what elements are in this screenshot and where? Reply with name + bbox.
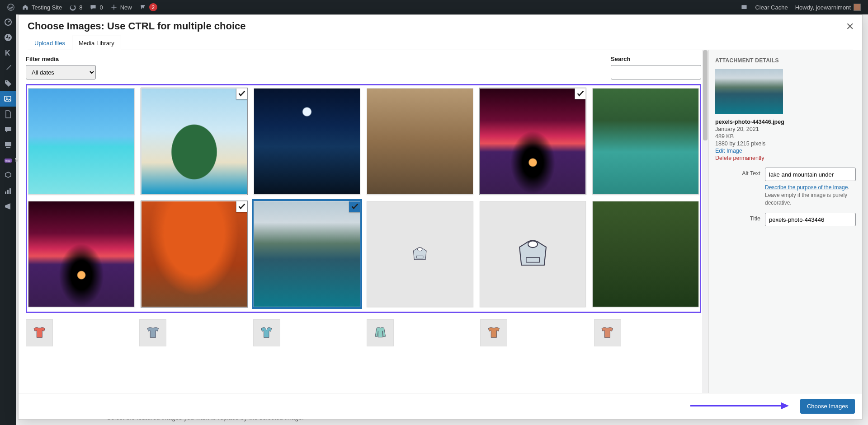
updates-link[interactable]: 8 xyxy=(66,0,86,14)
comments-count: 0 xyxy=(99,4,103,11)
new-label: New xyxy=(120,4,132,11)
clear-cache-link[interactable]: Clear Cache xyxy=(751,0,791,14)
site-link[interactable]: Testing Site xyxy=(18,0,66,14)
howdy-text: Howdy, joewarnimont xyxy=(795,4,851,11)
notifications-icon[interactable] xyxy=(737,0,751,14)
plus-icon xyxy=(110,4,118,11)
admin-toolbar: Testing Site 8 0 New 2 Clear Cache Howdy… xyxy=(0,0,868,14)
refresh-icon xyxy=(69,4,76,11)
svg-rect-1 xyxy=(742,5,747,9)
home-icon xyxy=(22,4,29,11)
yoast-link[interactable]: 2 xyxy=(136,0,161,14)
comments-link[interactable]: 0 xyxy=(86,0,106,14)
yoast-icon xyxy=(139,4,146,11)
account-link[interactable]: Howdy, joewarnimont xyxy=(792,0,864,14)
yoast-badge: 2 xyxy=(149,3,157,11)
comment-icon xyxy=(90,4,97,11)
new-link[interactable]: New xyxy=(107,0,136,14)
updates-count: 8 xyxy=(79,4,82,11)
avatar xyxy=(854,4,861,11)
wp-logo[interactable] xyxy=(4,0,18,14)
site-name: Testing Site xyxy=(32,4,62,11)
